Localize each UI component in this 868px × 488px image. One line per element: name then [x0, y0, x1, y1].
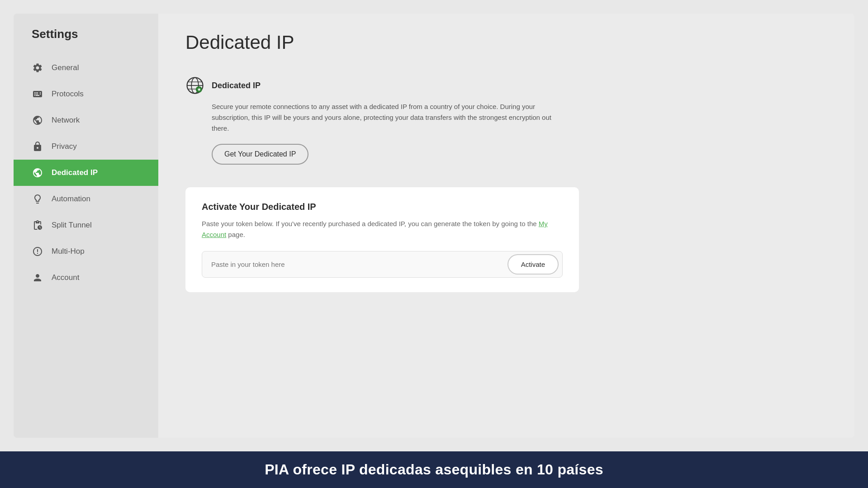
activate-desc-part1: Paste your token below. If you've recent… [202, 220, 539, 227]
protocols-icon [32, 88, 43, 100]
token-row: Activate [202, 251, 563, 278]
sidebar-item-automation[interactable]: Automation [14, 186, 158, 212]
privacy-icon [32, 141, 43, 152]
get-dedicated-ip-button[interactable]: Get Your Dedicated IP [212, 144, 308, 165]
activate-desc-part2: page. [226, 231, 245, 238]
sidebar-item-label-network: Network [52, 116, 80, 125]
network-icon [32, 114, 43, 126]
sidebar-item-general[interactable]: General [14, 55, 158, 81]
info-card: ★ Dedicated IP Secure your remote connec… [185, 71, 827, 178]
sidebar-item-label-automation: Automation [52, 194, 90, 204]
activate-card: Activate Your Dedicated IP Paste your to… [185, 187, 579, 292]
sidebar-item-network[interactable]: Network [14, 107, 158, 133]
sidebar-item-label-dedicated-ip: Dedicated IP [52, 168, 98, 177]
info-card-header: ★ Dedicated IP [185, 76, 827, 95]
sidebar-item-label-split-tunnel: Split Tunnel [52, 221, 92, 230]
page-title: Dedicated IP [185, 32, 827, 53]
sidebar-item-protocols[interactable]: Protocols [14, 81, 158, 107]
info-card-title: Dedicated IP [212, 81, 261, 90]
sidebar-item-label-protocols: Protocols [52, 90, 84, 99]
dedicated-ip-globe-icon: ★ [185, 76, 204, 95]
info-card-description: Secure your remote connections to any as… [185, 101, 570, 134]
activate-card-desc: Paste your token below. If you've recent… [202, 218, 563, 240]
sidebar-item-multi-hop[interactable]: Multi-Hop [14, 238, 158, 265]
multi-hop-icon [32, 246, 43, 257]
sidebar-title: Settings [14, 27, 158, 55]
activate-button[interactable]: Activate [508, 254, 559, 275]
svg-text:★: ★ [197, 87, 201, 92]
sidebar-item-label-privacy: Privacy [52, 142, 77, 151]
split-tunnel-icon [32, 219, 43, 231]
sidebar: Settings General Protocols [14, 14, 158, 438]
sidebar-item-label-account: Account [52, 273, 79, 282]
bottom-banner: PIA ofrece IP dedicadas asequibles en 10… [0, 451, 868, 488]
automation-icon [32, 193, 43, 205]
sidebar-item-account[interactable]: Account [14, 265, 158, 291]
sidebar-item-split-tunnel[interactable]: Split Tunnel [14, 212, 158, 238]
dedicated-ip-icon [32, 167, 43, 179]
activate-card-title: Activate Your Dedicated IP [202, 202, 563, 212]
sidebar-item-dedicated-ip[interactable]: Dedicated IP [14, 160, 158, 186]
main-content: Dedicated IP ★ Dedicated IP Secure your … [158, 14, 854, 438]
account-icon [32, 272, 43, 284]
gear-icon [32, 62, 43, 74]
bottom-banner-text: PIA ofrece IP dedicadas asequibles en 10… [265, 461, 603, 478]
sidebar-item-label-multi-hop: Multi-Hop [52, 247, 85, 256]
sidebar-item-privacy[interactable]: Privacy [14, 133, 158, 160]
sidebar-item-label-general: General [52, 63, 79, 72]
token-input[interactable] [202, 253, 504, 275]
